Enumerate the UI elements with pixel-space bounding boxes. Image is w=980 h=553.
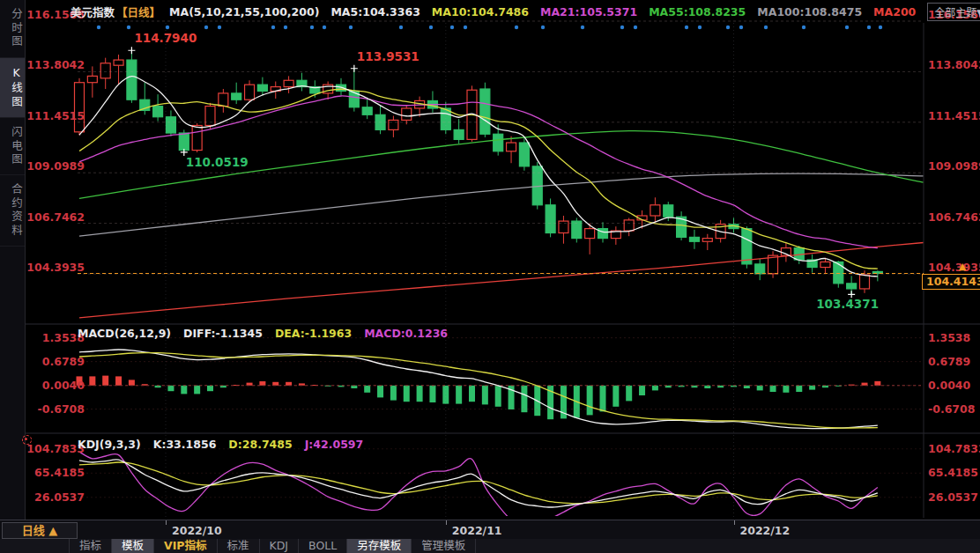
ma-legend-item: MA100:108.8475 [757,5,862,18]
chart-header: 美元指数 【日线】 MA(5,10,21,55,100,200)MA5:104.… [71,2,976,21]
tab-KDJ[interactable]: KDJ [260,539,300,553]
axis-label: 106.7462 [928,210,980,224]
price-panel [75,50,924,318]
time-axis-label: 2022/11 [452,524,502,537]
candle-body [742,229,752,264]
axis-label: 0.0040 [928,379,971,392]
event-dot[interactable] [726,26,730,29]
tab-管理模板[interactable]: 管理模板 [412,539,476,553]
event-dot[interactable] [464,26,467,29]
symbol-name: 美元指数 [71,4,115,20]
event-dot[interactable] [685,26,688,29]
tab-标准[interactable]: 标准 [218,539,260,553]
price-annotation: 114.7940 [134,31,197,45]
event-dot[interactable] [764,26,768,29]
legend-item: MACD(26,12,9) [78,327,171,340]
event-dot[interactable] [349,26,353,29]
sidebar-item-合约资料[interactable]: 合约资料 [0,175,25,247]
macd-bar [639,386,645,395]
ma-legend-item: MA55:108.8235 [649,5,746,18]
event-dot[interactable] [204,26,208,29]
candle-body [362,107,372,115]
event-dot[interactable] [879,26,882,29]
candle-body [664,205,673,217]
axis-label: -0.6708 [928,402,975,416]
event-dot[interactable] [271,26,275,29]
macd-bar [417,386,423,402]
tab-另存模板[interactable]: 另存模板 [347,539,412,553]
axis-label: 104.7833 [928,442,980,455]
candle-body [257,85,267,91]
tab-指标[interactable]: 指标 [69,539,112,553]
macd-bar [442,386,449,404]
candle-body [650,205,660,216]
axis-label: 26.0537 [34,490,85,504]
sidebar-item-闪电图[interactable]: 闪电图 [0,118,25,176]
sidebar-item-K线图[interactable]: K线图 [0,58,25,118]
ma-legend-item: MA5:104.3363 [330,5,419,18]
macd-bar [429,386,435,402]
legend-item: KDJ(9,3,3) [78,438,141,451]
candle-body [834,262,843,283]
period-selector[interactable]: 日线 ▲ [2,522,78,539]
axis-label: 26.0537 [928,490,978,504]
ma-legend-item: MA200 [873,5,916,18]
macd-bar [456,386,462,404]
axis-label: 0.6789 [928,355,970,368]
event-dot[interactable] [429,26,433,29]
period-tag: 【日线】 [116,4,160,20]
macd-bar [874,381,880,386]
event-dot[interactable] [166,26,169,29]
main-chart[interactable]: 116.1568116.1568113.8042113.8042111.4515… [0,0,980,553]
event-dot[interactable] [284,26,287,29]
indicator-settings-icon[interactable] [22,435,32,445]
axis-label: 1.3538 [928,331,970,344]
ma-legend: MA(5,10,21,55,100,200)MA5:104.3363MA10:1… [169,5,927,18]
tab-BOLL[interactable]: BOLL [299,539,347,553]
event-dot[interactable] [698,26,702,29]
candle-body [624,220,634,231]
macd-bar [612,386,619,407]
event-dot[interactable] [845,26,849,29]
macd-bar [89,376,95,385]
event-dot[interactable] [515,26,518,29]
theme-selector-button[interactable]: 全部主题▼ [927,3,980,21]
event-dot[interactable] [127,26,130,29]
event-dot[interactable] [399,26,403,29]
macd-bar [757,386,763,391]
event-dot[interactable] [323,26,326,29]
macd-bar [364,386,370,393]
tab-VIP指标[interactable]: VIP指标 [154,539,218,553]
candle-body [689,237,699,241]
event-dot[interactable] [541,26,545,29]
event-dot[interactable] [802,26,806,29]
ma100-line [79,173,924,236]
tab-模板[interactable]: 模板 [112,539,154,553]
kdj-legend: KDJ(9,3,3)K:33.1856D:28.7485J:42.0597 [78,438,375,451]
sidebar-item-分时图[interactable]: 分时图 [0,0,25,58]
event-dot[interactable] [739,26,743,29]
axis-label: 0.6789 [42,355,85,368]
event-dot[interactable] [97,26,100,29]
price-annotation: 110.0519 [186,155,249,169]
event-dot[interactable] [620,26,624,29]
candle-body [598,229,608,239]
bottom-tab-bar: 指标模板VIP指标标准KDJBOLL另存模板管理模板 [0,539,980,553]
event-dot[interactable] [581,26,584,29]
month-tick [446,520,447,525]
macd-bar [796,386,802,392]
event-dot[interactable] [450,26,454,29]
macd-bar [167,386,174,391]
candle-body [559,221,568,232]
event-dot[interactable] [218,26,221,29]
macd-bar [521,386,527,412]
event-dot[interactable] [867,26,871,29]
macd-bar [390,386,397,401]
price-up-arrow-icon: ▲ [959,261,966,272]
candle-body [100,63,110,78]
macd-bar [482,386,488,405]
macd-bar [404,386,410,402]
event-dot[interactable] [310,26,314,29]
axis-label: 111.4515 [26,109,85,122]
event-dot[interactable] [634,26,637,29]
